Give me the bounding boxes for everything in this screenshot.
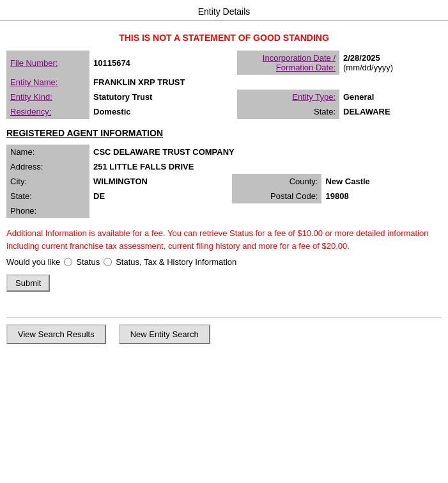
agent-state-row: State: DE Postal Code: 19808 [6, 189, 442, 203]
entity-kind-value: Statutory Trust [89, 90, 237, 104]
agent-phone-value [89, 203, 442, 218]
file-number-value: 10115674 [89, 51, 237, 75]
agent-county-label: County: [232, 174, 321, 189]
incorporation-value: 2/28/2025 (mm/dd/yyyy) [339, 51, 442, 75]
entity-name-label-cell[interactable]: Entity Name: [6, 75, 89, 90]
view-search-results-button[interactable]: View Search Results [6, 324, 106, 344]
status-tax-history-label: Status, Tax & History Information [116, 257, 236, 267]
status-radio-label: Status [76, 257, 100, 267]
fee-notice: Additional Information is available for … [6, 227, 442, 252]
agent-name-row: Name: CSC DELAWARE TRUST COMPANY [6, 145, 442, 159]
residency-link[interactable]: Residency: [10, 107, 51, 116]
file-number-row: File Number: 10115674 Incorporation Date… [6, 51, 442, 75]
state-label: State: [314, 107, 336, 116]
submit-button[interactable]: Submit [6, 274, 50, 292]
state-label-cell: State: [237, 104, 339, 119]
state-value: DELAWARE [339, 104, 442, 119]
registered-agent-table: Name: CSC DELAWARE TRUST COMPANY Address… [6, 145, 442, 218]
entity-type-link[interactable]: Entity Type: [292, 92, 336, 102]
agent-address-value: 251 LITTLE FALLS DRIVE [89, 159, 442, 174]
not-good-standing-warning: THIS IS NOT A STATEMENT OF GOOD STANDING [6, 33, 442, 43]
page-title: Entity Details [0, 0, 448, 21]
agent-postal-value: 19808 [321, 189, 442, 203]
bottom-buttons-bar: View Search Results New Entity Search [6, 317, 442, 344]
agent-city-label: City: [6, 174, 89, 189]
agent-address-row: Address: 251 LITTLE FALLS DRIVE [6, 159, 442, 174]
entity-name-value: FRANKLIN XRP TRUST [89, 75, 442, 90]
file-number-label-cell[interactable]: File Number: [6, 51, 89, 75]
agent-city-row: City: WILMINGTON County: New Castle [6, 174, 442, 189]
residency-value: Domestic [89, 104, 237, 119]
agent-name-label: Name: [6, 145, 89, 159]
radio-options-row: Would you like Status Status, Tax & Hist… [6, 257, 442, 267]
agent-name-value: CSC DELAWARE TRUST COMPANY [89, 145, 442, 159]
agent-state-value: DE [89, 189, 232, 203]
residency-label-cell[interactable]: Residency: [6, 104, 89, 119]
new-entity-search-button[interactable]: New Entity Search [119, 324, 210, 344]
entity-name-row: Entity Name: FRANKLIN XRP TRUST [6, 75, 442, 90]
agent-county-value: New Castle [321, 174, 442, 189]
entity-info-table: File Number: 10115674 Incorporation Date… [6, 51, 442, 119]
status-tax-history-radio[interactable] [104, 258, 112, 266]
agent-postal-label: Postal Code: [232, 189, 321, 203]
incorporation-date-link[interactable]: Incorporation Date / Formation Date: [263, 53, 336, 72]
radio-prompt: Would you like [6, 257, 60, 267]
registered-agent-heading: REGISTERED AGENT INFORMATION [6, 128, 442, 138]
entity-kind-link[interactable]: Entity Kind: [10, 92, 52, 102]
entity-type-label-cell[interactable]: Entity Type: [237, 90, 339, 104]
residency-row: Residency: Domestic State: DELAWARE [6, 104, 442, 119]
agent-state-label: State: [6, 189, 89, 203]
agent-phone-row: Phone: [6, 203, 442, 218]
status-radio[interactable] [64, 258, 72, 266]
entity-kind-row: Entity Kind: Statutory Trust Entity Type… [6, 90, 442, 104]
agent-address-label: Address: [6, 159, 89, 174]
agent-phone-label: Phone: [6, 203, 89, 218]
agent-city-value: WILMINGTON [89, 174, 232, 189]
entity-type-value: General [339, 90, 442, 104]
entity-name-link[interactable]: Entity Name: [10, 77, 58, 87]
incorporation-label-cell[interactable]: Incorporation Date / Formation Date: [237, 51, 339, 75]
entity-kind-label-cell[interactable]: Entity Kind: [6, 90, 89, 104]
file-number-link[interactable]: File Number: [10, 58, 58, 68]
